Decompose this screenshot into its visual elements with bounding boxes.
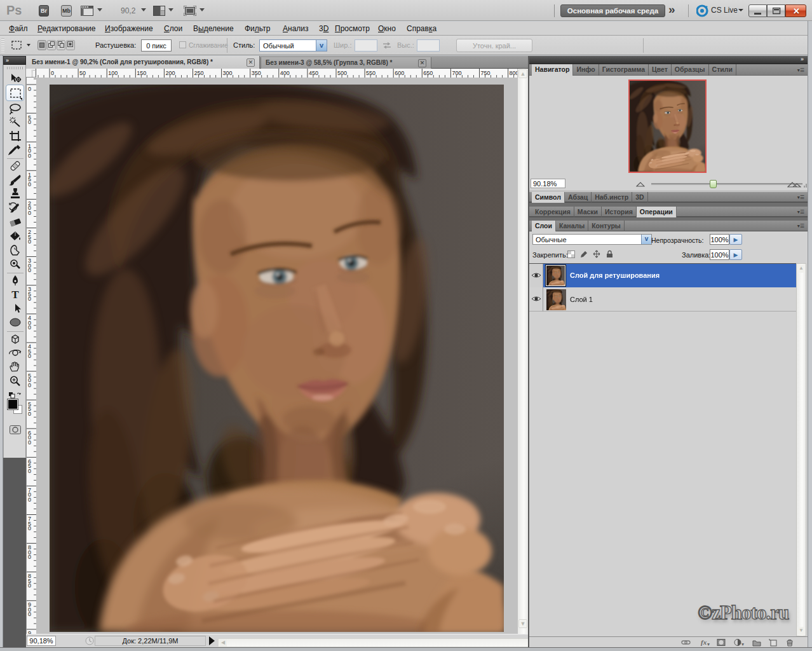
- svg-text:0: 0: [28, 497, 31, 503]
- svg-text:0: 0: [28, 411, 31, 417]
- svg-text:550: 550: [366, 70, 376, 76]
- svg-text:▾: ▾: [707, 641, 710, 647]
- svg-text:650: 650: [423, 70, 433, 76]
- svg-text:300: 300: [223, 70, 233, 76]
- svg-text:0: 0: [28, 210, 31, 216]
- svg-text:0: 0: [28, 324, 31, 331]
- svg-text:T: T: [11, 289, 19, 300]
- svg-text:0: 0: [51, 70, 54, 76]
- svg-text:0: 0: [28, 611, 31, 617]
- svg-text:350: 350: [252, 70, 261, 76]
- svg-text:0: 0: [28, 554, 31, 560]
- svg-text:0: 0: [28, 353, 31, 359]
- svg-text:100: 100: [108, 70, 118, 76]
- svg-text:150: 150: [137, 70, 146, 76]
- svg-text:0: 0: [28, 582, 31, 589]
- svg-text:0: 0: [28, 238, 31, 245]
- svg-text:0: 0: [28, 153, 31, 159]
- svg-text:0: 0: [28, 382, 31, 388]
- svg-text:700: 700: [452, 70, 461, 76]
- svg-text:0: 0: [28, 119, 31, 125]
- svg-text:▾: ▾: [741, 641, 744, 647]
- svg-text:50: 50: [79, 70, 86, 76]
- svg-text:0: 0: [28, 86, 31, 92]
- svg-text:0: 0: [28, 439, 31, 446]
- svg-text:0: 0: [28, 468, 31, 474]
- svg-text:*: *: [705, 4, 708, 11]
- svg-text:0: 0: [28, 267, 31, 273]
- svg-text:800: 800: [510, 70, 517, 76]
- svg-text:500: 500: [337, 70, 347, 76]
- svg-text:0: 0: [28, 525, 31, 531]
- svg-text:750: 750: [481, 70, 491, 76]
- svg-text:450: 450: [309, 70, 318, 76]
- svg-text:0: 0: [28, 181, 31, 188]
- svg-text:400: 400: [280, 70, 290, 76]
- svg-text:600: 600: [395, 70, 404, 76]
- svg-text:250: 250: [194, 70, 204, 76]
- svg-text:200: 200: [165, 70, 175, 76]
- svg-text:0: 0: [28, 296, 31, 302]
- svg-text:fx: fx: [701, 638, 707, 646]
